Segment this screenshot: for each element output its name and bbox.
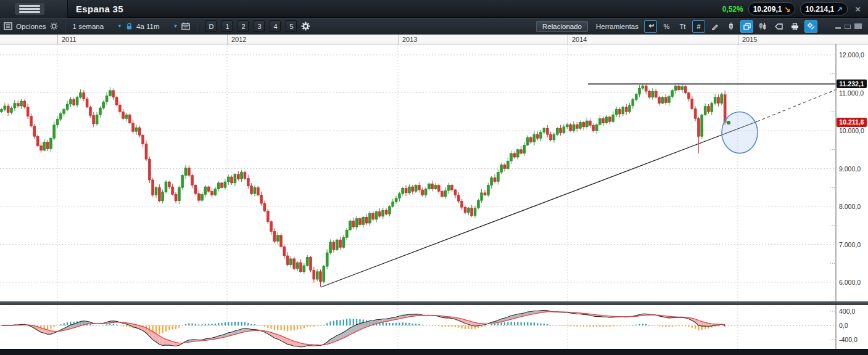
year-gridline (738, 35, 738, 44)
text-size-icon[interactable]: Tt (676, 20, 689, 33)
sell-price-value: 10.209,1 (753, 5, 782, 14)
view-button-4[interactable]: 4 (270, 20, 281, 32)
range-value: 4a 11m (136, 23, 160, 30)
interval-value: 1 semana (73, 23, 104, 30)
gear-white-icon[interactable] (301, 22, 310, 31)
title-right-cluster: 0,52% 10.209,1 ↘ 10.214,1 ↗ × (722, 0, 863, 18)
price-axis-label: 7.000,0 (839, 241, 861, 248)
chart-toolbar: Opciones 1 semana ▼ 4a 11m ▼ D12345 (0, 18, 868, 35)
macd-axis-label: 0,0 (839, 322, 848, 329)
price-axis-label: 6.000,0 (839, 279, 861, 286)
price-axis-label: 12.000,0 (839, 51, 864, 59)
maximize-icon[interactable] (854, 23, 862, 29)
close-icon[interactable]: × (853, 4, 863, 14)
year-label: 2011 (62, 36, 76, 43)
buy-price-button[interactable]: 10.214,1 ↗ (800, 2, 848, 15)
trading-platform-window: Espana 35 0,52% 10.209,1 ↘ 10.214,1 ↗ × … (0, 0, 868, 355)
title-left-panel (0, 0, 68, 18)
percent-icon[interactable]: % (660, 20, 673, 33)
price-axis-label: 8.000,0 (839, 203, 861, 210)
view-button-2[interactable]: 2 (238, 20, 249, 32)
view-button-5[interactable]: 5 (286, 20, 297, 32)
year-label: 2013 (402, 36, 417, 43)
year-gridline (227, 35, 228, 44)
menu-hamburger-icon[interactable] (15, 3, 44, 15)
buy-price-value: 10.214,1 (805, 5, 834, 14)
price-axis-label: 10.000,0 (839, 127, 864, 134)
minimize-icon[interactable] (835, 27, 841, 29)
relacionado-button[interactable]: Relacionado (536, 21, 588, 32)
eraser-icon[interactable] (772, 20, 785, 33)
legend-list-icon[interactable] (4, 22, 12, 30)
year-gridline (568, 35, 568, 44)
macd-axis-label: -400,0 (839, 336, 858, 343)
price-axis-label: 11.000,0 (839, 89, 864, 97)
lock-icon[interactable] (126, 23, 133, 30)
candlestick-chart (0, 44, 868, 301)
interval-dropdown[interactable]: 1 semana ▼ (73, 23, 122, 30)
year-label: 2014 (572, 36, 587, 43)
opciones-button[interactable]: Opciones (16, 23, 46, 30)
window-controls (835, 23, 862, 29)
printer-icon[interactable] (788, 20, 801, 33)
current-price-tag: 10.211,6 (837, 118, 867, 127)
cascade-windows-icon[interactable] (740, 20, 753, 33)
candles (1, 84, 727, 287)
herramientas-label: Herramientas (596, 23, 639, 30)
draw-pencil-icon[interactable] (708, 20, 721, 33)
current-price-dot (727, 121, 730, 124)
instrument-title: Espana 35 (76, 4, 123, 14)
candles-icon[interactable] (756, 20, 769, 33)
bottom-bar (0, 349, 868, 355)
macd-indicator-panel[interactable] (0, 305, 868, 349)
view-buttons: D12345 (205, 20, 297, 32)
chevron-down-icon: ▼ (173, 23, 178, 29)
gear-icon[interactable] (50, 22, 58, 30)
undo-arrow-icon[interactable] (644, 20, 657, 33)
main-chart-panel[interactable] (0, 44, 868, 301)
macd-gridlines (0, 305, 836, 349)
grid-icon[interactable]: # (692, 20, 705, 33)
macd-axis-label: 400,0 (839, 308, 855, 315)
year-gridline (398, 35, 399, 44)
range-dropdown[interactable]: 4a 11m ▼ (136, 23, 178, 30)
view-button-3[interactable]: 3 (254, 20, 265, 32)
chevron-down-icon: ▼ (117, 23, 122, 29)
trendline (321, 89, 838, 287)
highlight-ellipse (722, 112, 758, 153)
gridlines (0, 44, 836, 301)
calendar-icon[interactable] (181, 22, 190, 30)
x-axis-year-band: 20112012201320142015 (0, 35, 868, 44)
restore-icon[interactable] (845, 25, 851, 29)
view-button-1[interactable]: 1 (221, 20, 233, 32)
resistance-price-tag: 11.232,1 (837, 80, 867, 88)
price-axis-label: 9.000,0 (839, 165, 861, 173)
settings-edit-icon[interactable] (804, 20, 817, 33)
year-label: 2012 (231, 36, 246, 43)
year-gridline (57, 35, 58, 44)
candle-icon[interactable] (724, 20, 737, 33)
macd-chart (0, 305, 868, 349)
title-bar: Espana 35 0,52% 10.209,1 ↘ 10.214,1 ↗ × (0, 0, 868, 18)
year-label: 2015 (742, 36, 757, 43)
buy-arrow-icon: ↗ (837, 6, 843, 13)
view-button-D[interactable]: D (205, 20, 217, 32)
change-percent: 0,52% (722, 5, 743, 14)
signal-line (2, 312, 725, 345)
sell-price-button[interactable]: 10.209,1 ↘ (748, 2, 796, 15)
sell-arrow-icon: ↘ (784, 6, 790, 13)
